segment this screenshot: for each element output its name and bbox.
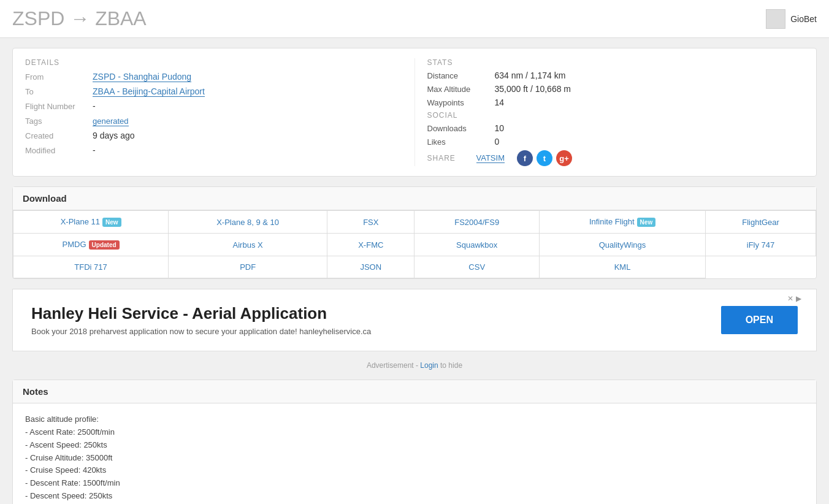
- download-cell[interactable]: PMDGUpdated: [13, 234, 169, 256]
- user-name: GioBet: [790, 14, 817, 24]
- max-altitude-row: Max Altitude 35,000 ft / 10,668 m: [427, 84, 804, 94]
- ad-footer: Advertisement - Login to hide: [12, 361, 817, 370]
- download-card: Download X-Plane 11NewX-Plane 8, 9 & 10F…: [12, 186, 817, 279]
- distance-label: Distance: [427, 71, 495, 80]
- from-label: From: [25, 72, 93, 82]
- top-bar: ZSPD → ZBAA GioBet: [0, 0, 829, 38]
- details-stats-card: Details From ZSPD - Shanghai Pudong To Z…: [12, 48, 817, 177]
- to-label: To: [25, 87, 93, 96]
- ad-footer-suffix: to hide: [438, 361, 462, 370]
- downloads-label: Downloads: [427, 124, 495, 133]
- modified-label: Modified: [25, 146, 93, 155]
- main-content: Details From ZSPD - Shanghai Pudong To Z…: [0, 38, 829, 504]
- ad-x-icon[interactable]: ✕: [787, 294, 793, 303]
- created-label: Created: [25, 131, 93, 140]
- download-table: X-Plane 11NewX-Plane 8, 9 & 10FSXFS2004/…: [13, 210, 816, 278]
- waypoints-value: 14: [495, 97, 505, 107]
- ad-close-area: ✕ ▶: [787, 294, 801, 303]
- modified-row: Modified -: [25, 145, 402, 155]
- notes-body: Basic altitude profile: - Ascent Rate: 2…: [13, 403, 816, 504]
- max-altitude-value: 35,000 ft / 10,668 m: [495, 84, 571, 94]
- download-cell[interactable]: FS2004/FS9: [415, 211, 539, 234]
- ad-open-button[interactable]: OPEN: [721, 306, 798, 334]
- download-cell[interactable]: JSON: [327, 256, 415, 278]
- avatar: [766, 9, 785, 29]
- download-cell[interactable]: FSX: [327, 211, 415, 234]
- ad-content: Hanley Heli Service - Aerial Application…: [31, 304, 371, 336]
- share-label: Share: [427, 154, 470, 162]
- user-area: GioBet: [766, 9, 817, 29]
- route-to: ZBAA: [95, 7, 147, 29]
- download-cell[interactable]: X-Plane 11New: [13, 211, 169, 234]
- section-label: Details: [25, 58, 93, 67]
- download-cell[interactable]: iFly 747: [706, 234, 816, 256]
- social-label-row: Social: [427, 111, 804, 120]
- share-row: Share VATSIM f t g+: [427, 150, 804, 166]
- route-from: ZSPD: [12, 7, 64, 29]
- to-row: To ZBAA - Beijing-Capital Airport: [25, 86, 402, 96]
- download-cell[interactable]: Infinite FlightNew: [539, 211, 705, 234]
- social-section-label: Social: [427, 111, 495, 120]
- distance-value: 634 nm / 1,174 km: [495, 71, 566, 80]
- likes-row: Likes 0: [427, 137, 804, 147]
- twitter-icon[interactable]: t: [537, 150, 552, 166]
- created-value: 9 days ago: [93, 131, 135, 140]
- download-cell[interactable]: X-Plane 8, 9 & 10: [169, 211, 327, 234]
- download-cell[interactable]: QualityWings: [539, 234, 705, 256]
- details-section: Details From ZSPD - Shanghai Pudong To Z…: [25, 58, 402, 166]
- social-icons: f t g+: [517, 150, 572, 166]
- created-row: Created 9 days ago: [25, 131, 402, 140]
- download-cell[interactable]: CSV: [415, 256, 539, 278]
- flight-number-row: Flight Number -: [25, 101, 402, 111]
- tags-value: generated: [93, 116, 129, 126]
- ad-title: Hanley Heli Service - Aerial Application: [31, 304, 371, 323]
- max-altitude-label: Max Altitude: [427, 85, 495, 94]
- from-value: ZSPD - Shanghai Pudong: [93, 72, 191, 82]
- vatsim-link[interactable]: VATSIM: [476, 153, 505, 163]
- stats-section-label: Stats: [427, 58, 495, 67]
- tags-label: Tags: [25, 116, 93, 126]
- distance-row: Distance 634 nm / 1,174 km: [427, 71, 804, 80]
- downloads-value: 10: [495, 123, 505, 133]
- download-cell[interactable]: FlightGear: [706, 211, 816, 234]
- route-title: ZSPD → ZBAA: [12, 7, 147, 30]
- googleplus-icon[interactable]: g+: [556, 150, 572, 166]
- tag-link[interactable]: generated: [93, 116, 129, 126]
- to-link[interactable]: ZBAA - Beijing-Capital Airport: [93, 86, 205, 97]
- ad-subtitle: Book your 2018 preharvest application no…: [31, 327, 371, 336]
- download-cell[interactable]: Airbus X: [169, 234, 327, 256]
- download-cell[interactable]: PDF: [169, 256, 327, 278]
- tags-row: Tags generated: [25, 116, 402, 126]
- ad-arrow-icon[interactable]: ▶: [796, 294, 801, 303]
- stats-label-row: Stats: [427, 58, 804, 67]
- likes-label: Likes: [427, 137, 495, 147]
- facebook-icon[interactable]: f: [517, 150, 533, 166]
- notes-header: Notes: [13, 380, 816, 403]
- download-header: Download: [13, 187, 816, 210]
- download-cell[interactable]: X-FMC: [327, 234, 415, 256]
- waypoints-label: Waypoints: [427, 98, 495, 107]
- details-label-row: Details: [25, 58, 402, 67]
- modified-value: -: [93, 145, 96, 155]
- flight-number-value: -: [93, 101, 96, 111]
- ad-footer-prefix: Advertisement -: [367, 361, 420, 370]
- stats-section: Stats Distance 634 nm / 1,174 km Max Alt…: [415, 58, 804, 166]
- likes-value: 0: [495, 137, 500, 147]
- route-arrow: →: [70, 7, 90, 29]
- notes-card: Notes Basic altitude profile: - Ascent R…: [12, 380, 817, 504]
- downloads-row: Downloads 10: [427, 123, 804, 133]
- waypoints-row: Waypoints 14: [427, 97, 804, 107]
- download-cell[interactable]: KML: [539, 256, 705, 278]
- ad-banner: ✕ ▶ Hanley Heli Service - Aerial Applica…: [12, 289, 817, 351]
- flight-number-label: Flight Number: [25, 102, 93, 111]
- to-value: ZBAA - Beijing-Capital Airport: [93, 86, 205, 96]
- download-cell[interactable]: Squawkbox: [415, 234, 539, 256]
- from-link[interactable]: ZSPD - Shanghai Pudong: [93, 72, 191, 82]
- from-row: From ZSPD - Shanghai Pudong: [25, 72, 402, 82]
- download-cell[interactable]: TFDi 717: [13, 256, 169, 278]
- ad-login-link[interactable]: Login: [420, 361, 438, 370]
